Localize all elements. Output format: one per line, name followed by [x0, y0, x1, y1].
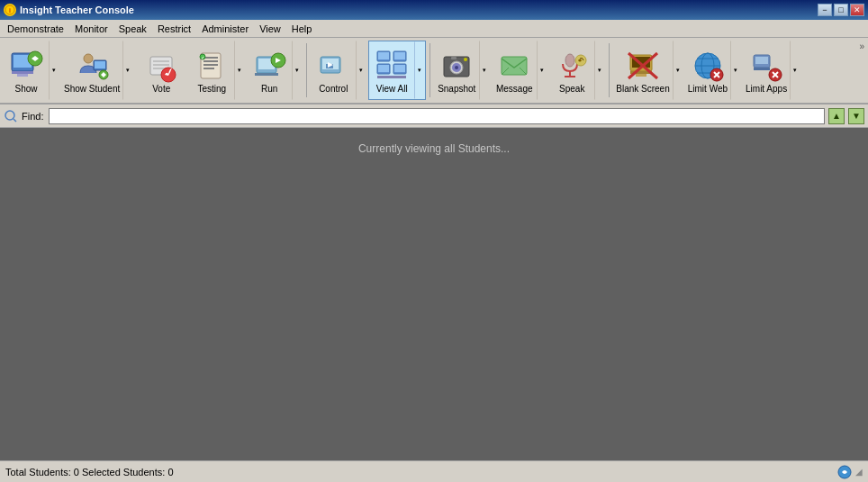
- limit-apps-arrow[interactable]: ▾: [790, 41, 800, 100]
- control-button[interactable]: Control: [311, 41, 356, 100]
- menu-help[interactable]: Help: [286, 22, 318, 36]
- status-right: ◢: [837, 465, 863, 479]
- svg-point-44: [455, 66, 458, 69]
- snapshot-arrow[interactable]: ▾: [479, 41, 490, 100]
- limit-web-button[interactable]: Limit Web: [685, 41, 730, 100]
- snapshot-button[interactable]: Snapshot: [434, 41, 479, 100]
- menu-administer[interactable]: Administer: [196, 22, 254, 36]
- limit-apps-button[interactable]: Limit Apps: [743, 41, 790, 100]
- viewing-status: Currently viewing all Students...: [358, 142, 510, 155]
- control-label: Control: [319, 84, 348, 94]
- show-button[interactable]: Show: [4, 41, 49, 100]
- toolbar-expand-button[interactable]: »: [857, 40, 866, 53]
- show-student-button[interactable]: Show Student: [61, 41, 122, 100]
- limit-apps-label: Limit Apps: [746, 84, 787, 94]
- speak-arrow[interactable]: ▾: [594, 41, 605, 100]
- maximize-button[interactable]: □: [834, 4, 848, 16]
- menu-bar: Demonstrate Monitor Speak Restrict Admin…: [0, 20, 868, 38]
- title-bar-left: i Insight Teacher Console: [4, 4, 134, 16]
- app-icon: i: [4, 4, 16, 16]
- status-icon: [837, 465, 852, 479]
- message-arrow[interactable]: ▾: [537, 41, 547, 100]
- show-student-btn-group: Show Student ▾: [61, 41, 133, 100]
- snapshot-label: Snapshot: [438, 84, 475, 94]
- run-button[interactable]: Run: [247, 41, 292, 100]
- view-all-label: View All: [376, 84, 408, 94]
- speak-label: Speak: [559, 84, 584, 94]
- view-all-icon: [375, 50, 408, 82]
- speak-button[interactable]: Speak: [549, 41, 594, 100]
- svg-rect-4: [12, 71, 33, 74]
- svg-rect-12: [153, 60, 169, 62]
- vote-button[interactable]: Vote: [135, 41, 187, 100]
- message-button[interactable]: Message: [492, 41, 537, 100]
- toolbar-sep-3: [609, 43, 610, 97]
- speak-btn-group: Speak ▾: [549, 41, 605, 100]
- window-title: Insight Teacher Console: [20, 5, 134, 15]
- toolbar-sep-1: [306, 43, 307, 97]
- view-all-btn-group: View All ▾: [368, 41, 426, 100]
- show-student-arrow[interactable]: ▾: [122, 41, 133, 100]
- find-up-button[interactable]: ▲: [828, 108, 845, 124]
- blank-screen-arrow[interactable]: ▾: [673, 41, 683, 100]
- testing-icon: ✓: [195, 50, 228, 82]
- resize-grip[interactable]: ◢: [855, 467, 863, 477]
- view-all-arrow[interactable]: ▾: [414, 41, 425, 99]
- control-icon: [317, 50, 349, 82]
- svg-rect-20: [203, 68, 214, 69]
- message-label: Message: [496, 84, 533, 94]
- blank-screen-button[interactable]: Blank Screen: [613, 41, 672, 100]
- title-bar-buttons: − □ ✕: [818, 4, 864, 16]
- run-btn-group: Run ▾: [247, 41, 303, 100]
- svg-rect-9: [95, 61, 105, 68]
- menu-monitor[interactable]: Monitor: [69, 22, 113, 36]
- blank-screen-icon: [627, 50, 659, 82]
- svg-line-73: [14, 119, 16, 122]
- show-arrow[interactable]: ▾: [49, 41, 59, 100]
- status-bar: Total Students: 0 Selected Students: 0 ◢: [0, 460, 868, 482]
- svg-rect-47: [502, 57, 527, 75]
- menu-view[interactable]: View: [254, 22, 286, 36]
- testing-arrow[interactable]: ▾: [234, 41, 245, 100]
- limit-apps-btn-group: Limit Apps ▾: [743, 41, 800, 100]
- show-label: Show: [14, 84, 37, 94]
- status-text: Total Students: 0 Selected Students: 0: [5, 467, 174, 477]
- find-icon: [4, 109, 18, 123]
- svg-rect-5: [17, 74, 28, 77]
- control-btn-group: Control ▾: [311, 41, 366, 100]
- message-btn-group: Message ▾: [492, 41, 547, 100]
- blank-screen-btn-group: Blank Screen ▾: [613, 41, 683, 100]
- svg-rect-25: [255, 73, 278, 76]
- svg-text:i: i: [9, 7, 11, 14]
- minimize-button[interactable]: −: [818, 4, 832, 16]
- vote-icon: [145, 50, 177, 82]
- svg-rect-67: [755, 57, 768, 64]
- find-input[interactable]: [49, 108, 825, 124]
- blank-screen-label: Blank Screen: [616, 84, 669, 94]
- limit-web-arrow[interactable]: ▾: [730, 41, 741, 100]
- limit-web-btn-group: Limit Web ▾: [685, 41, 741, 100]
- run-arrow[interactable]: ▾: [292, 41, 303, 100]
- find-down-button[interactable]: ▼: [848, 108, 864, 124]
- testing-button[interactable]: ✓ Testing: [189, 41, 234, 100]
- svg-point-72: [5, 111, 14, 120]
- control-arrow[interactable]: ▾: [356, 41, 366, 100]
- limit-web-label: Limit Web: [688, 84, 728, 94]
- svg-point-7: [84, 54, 93, 63]
- snapshot-icon: [440, 50, 473, 82]
- show-student-label: Show Student: [64, 84, 120, 94]
- svg-rect-33: [378, 52, 389, 59]
- close-button[interactable]: ✕: [850, 4, 864, 16]
- menu-restrict[interactable]: Restrict: [152, 22, 196, 36]
- run-label: Run: [261, 84, 277, 94]
- title-bar: i Insight Teacher Console − □ ✕: [0, 0, 868, 20]
- find-bar: Find: ▲ ▼: [0, 105, 868, 128]
- menu-demonstrate[interactable]: Demonstrate: [2, 22, 69, 36]
- svg-text:✓: ✓: [201, 55, 204, 60]
- svg-rect-19: [203, 64, 218, 66]
- menu-speak[interactable]: Speak: [113, 22, 152, 36]
- view-all-button[interactable]: View All: [369, 41, 414, 99]
- run-icon: [253, 50, 285, 82]
- main-content: Currently viewing all Students...: [0, 128, 868, 460]
- svg-point-46: [464, 58, 467, 61]
